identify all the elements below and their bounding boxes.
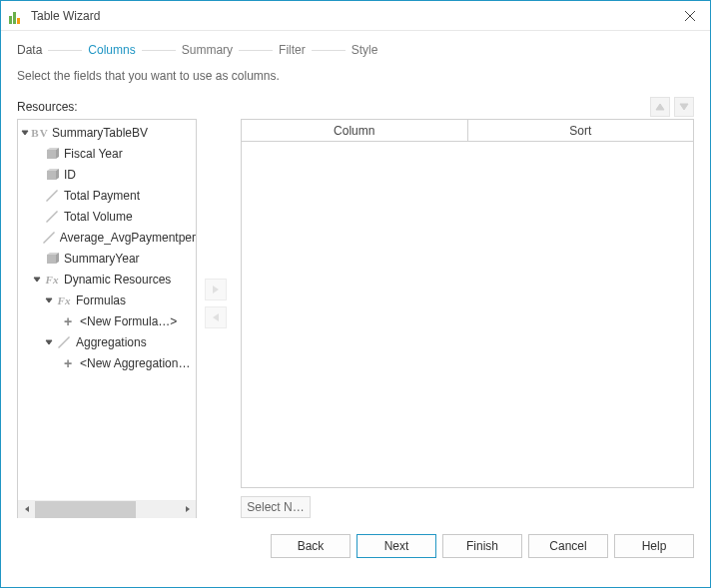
footer-buttons: Back Next Finish Cancel Help — [1, 518, 710, 574]
tree-label: ID — [64, 168, 76, 182]
close-button[interactable] — [670, 1, 710, 31]
tree-field[interactable]: SummaryYear — [18, 248, 196, 269]
tree-label: Fiscal Year — [64, 147, 123, 161]
help-button[interactable]: Help — [614, 534, 694, 558]
finish-button[interactable]: Finish — [442, 534, 522, 558]
tree-label: Dynamic Resources — [64, 273, 171, 287]
tree-field[interactable]: ID — [18, 164, 196, 185]
chevron-down-icon[interactable] — [20, 128, 30, 138]
step-style[interactable]: Style — [352, 43, 378, 57]
remove-column-button[interactable] — [205, 306, 227, 328]
tree-label: Formulas — [76, 294, 126, 307]
plus-icon: + — [60, 313, 76, 329]
svg-rect-4 — [47, 255, 56, 264]
tree-field[interactable]: Fiscal Year — [18, 143, 196, 164]
tree-new-aggregation[interactable]: + <New Aggregation… — [18, 352, 196, 373]
bv-icon: BV — [32, 125, 48, 141]
ruler-icon — [42, 230, 56, 246]
tree-aggregations[interactable]: Aggregations — [18, 331, 196, 352]
resources-label: Resources: — [17, 100, 646, 114]
tree-new-formula[interactable]: + <New Formula…> — [18, 310, 196, 331]
titlebar: Table Wizard — [1, 1, 710, 31]
tree-field[interactable]: Total Payment — [18, 185, 196, 206]
ruler-icon — [44, 209, 60, 225]
app-icon — [9, 8, 25, 24]
horizontal-scrollbar[interactable] — [18, 500, 196, 517]
tree-label: SummaryTableBV — [52, 126, 148, 140]
svg-rect-3 — [47, 171, 56, 180]
tree-label: Average_AvgPaymentper — [60, 231, 196, 245]
scroll-right-button[interactable] — [179, 501, 196, 518]
column-header-column[interactable]: Column — [242, 120, 468, 142]
move-down-button[interactable] — [674, 97, 694, 117]
scroll-left-button[interactable] — [18, 501, 35, 518]
next-button[interactable]: Next — [356, 534, 436, 558]
step-data[interactable]: Data — [17, 43, 42, 57]
cube-icon — [44, 146, 60, 162]
fx-icon: Fx — [56, 293, 72, 308]
step-columns[interactable]: Columns — [88, 43, 135, 57]
tree-root[interactable]: BV SummaryTableBV — [18, 122, 196, 143]
tree-label: <New Formula…> — [80, 314, 177, 328]
step-summary[interactable]: Summary — [182, 43, 233, 57]
tree-label: Total Payment — [64, 189, 140, 203]
plus-icon: + — [60, 355, 76, 371]
cancel-button[interactable]: Cancel — [528, 534, 608, 558]
tree-field[interactable]: Total Volume — [18, 206, 196, 227]
tree-label: <New Aggregation… — [80, 356, 190, 370]
wizard-steps: Data Columns Summary Filter Style — [1, 31, 710, 65]
hint-text: Select the fields that you want to use a… — [1, 65, 710, 93]
back-button[interactable]: Back — [271, 534, 351, 558]
chevron-down-icon[interactable] — [44, 295, 54, 305]
column-header-sort[interactable]: Sort — [468, 120, 694, 142]
scrollbar-track[interactable] — [35, 501, 179, 518]
resources-tree[interactable]: BV SummaryTableBV Fiscal YearIDTotal Pay… — [17, 119, 197, 518]
step-filter[interactable]: Filter — [279, 43, 306, 57]
tree-label: Aggregations — [76, 335, 147, 349]
chevron-down-icon[interactable] — [44, 337, 54, 347]
scrollbar-thumb[interactable] — [35, 501, 136, 518]
cube-icon — [44, 167, 60, 183]
ruler-icon — [56, 334, 72, 350]
select-none-button[interactable]: Select N… — [241, 496, 311, 518]
chevron-down-icon[interactable] — [32, 275, 42, 285]
tree-label: SummaryYear — [64, 252, 140, 266]
window-title: Table Wizard — [31, 9, 670, 23]
add-column-button[interactable] — [205, 279, 227, 300]
cube-icon — [44, 251, 60, 267]
tree-formulas[interactable]: Fx Formulas — [18, 290, 196, 310]
move-up-button[interactable] — [650, 97, 670, 117]
tree-label: Total Volume — [64, 210, 133, 224]
svg-rect-2 — [47, 150, 56, 159]
tree-dynamic-resources[interactable]: Fx Dynamic Resources — [18, 269, 196, 290]
ruler-icon — [44, 188, 60, 204]
tree-field[interactable]: Average_AvgPaymentper — [18, 227, 196, 248]
columns-table[interactable]: Column Sort — [241, 119, 694, 488]
fx-icon: Fx — [44, 272, 60, 288]
